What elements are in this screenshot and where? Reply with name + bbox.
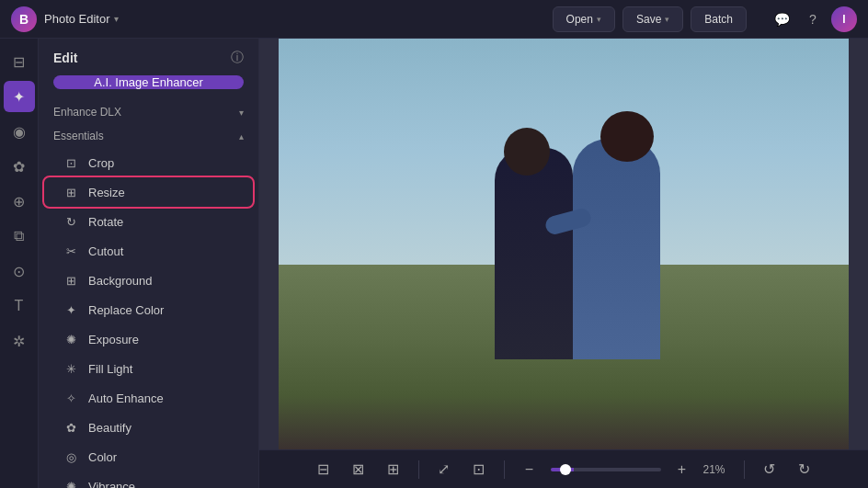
bottom-toolbar: ⊟ ⊠ ⊞ ⤢ ⊡ − + 21% ↺ ↻ <box>259 449 868 488</box>
menu-item-crop-label: Crop <box>88 156 114 170</box>
app-title-dropdown[interactable]: Photo Editor ▾ <box>44 12 119 26</box>
save-button[interactable]: Save ▾ <box>622 6 683 32</box>
auto-enhance-icon: ✧ <box>63 390 79 406</box>
sidebar-icon-text[interactable]: T <box>4 290 35 322</box>
toolbar-divider-3 <box>744 460 745 479</box>
menu-item-color-label: Color <box>88 450 117 464</box>
batch-button[interactable]: Batch <box>691 6 747 32</box>
sidebar-icon-edit[interactable]: ✦ <box>4 81 35 112</box>
sidebar-icon-fx[interactable]: ✲ <box>4 325 35 357</box>
toolbar-divider-2 <box>504 460 505 479</box>
title-chevron-icon: ▾ <box>114 14 119 24</box>
canvas-content <box>259 39 868 449</box>
fit-screen-button[interactable]: ⤢ <box>430 456 458 483</box>
menu-item-replace-color-label: Replace Color <box>88 303 164 317</box>
section-enhance-dlx-chevron: ▾ <box>239 108 244 118</box>
crop-icon: ⊡ <box>63 154 79 171</box>
app-logo: B <box>11 6 37 32</box>
grid-button[interactable]: ⊞ <box>380 456 407 483</box>
section-essentials[interactable]: Essentials ▴ <box>39 124 258 148</box>
ai-image-enhancer-button[interactable]: A.I. Image Enhancer <box>53 75 244 89</box>
zoom-percent: 21% <box>703 463 733 476</box>
toolbar-divider-1 <box>418 460 419 479</box>
menu-item-fill-light[interactable]: ✳ Fill Light <box>44 354 253 383</box>
sidebar-icon-brush[interactable]: ✿ <box>4 151 35 182</box>
sidebar-icon-stamp[interactable]: ⊕ <box>4 186 35 217</box>
photo-container <box>279 39 849 449</box>
menu-item-vibrance-label: Vibrance <box>88 480 135 489</box>
menu-item-exposure-label: Exposure <box>88 333 139 346</box>
zoom-slider-container <box>551 468 661 471</box>
exposure-icon: ✺ <box>63 331 79 347</box>
section-enhance-dlx-label: Enhance DLX <box>53 106 121 119</box>
menu-item-crop[interactable]: ⊡ Crop <box>44 148 253 177</box>
edit-sidebar: Edit ⓘ A.I. Image Enhancer Enhance DLX ▾… <box>39 39 259 488</box>
rotate-icon: ↻ <box>63 213 79 230</box>
menu-item-rotate[interactable]: ↻ Rotate <box>44 207 253 236</box>
menu-item-auto-enhance[interactable]: ✧ Auto Enhance <box>44 383 253 413</box>
menu-item-background[interactable]: ⊞ Background <box>44 266 253 295</box>
menu-item-auto-enhance-label: Auto Enhance <box>88 392 164 405</box>
vibrance-icon: ✺ <box>63 478 79 488</box>
menu-item-beautify-label: Beautify <box>88 421 131 435</box>
sidebar-icon-eye[interactable]: ◉ <box>4 116 35 147</box>
menu-item-cutout-label: Cutout <box>88 244 123 258</box>
section-enhance-dlx[interactable]: Enhance DLX ▾ <box>39 100 258 124</box>
section-essentials-chevron: ▴ <box>239 131 244 142</box>
resize-icon: ⊞ <box>63 184 79 200</box>
canvas-area: ⊟ ⊠ ⊞ ⤢ ⊡ − + 21% ↺ ↻ <box>259 39 868 488</box>
layers-toggle-button[interactable]: ⊟ <box>310 456 337 483</box>
cutout-icon: ✂ <box>63 243 79 259</box>
help-icon[interactable]: ? <box>800 6 826 32</box>
edit-header: Edit ⓘ <box>39 39 258 75</box>
menu-item-replace-color[interactable]: ✦ Replace Color <box>44 295 253 324</box>
background-icon: ⊞ <box>63 272 79 289</box>
edit-info-icon[interactable]: ⓘ <box>231 50 244 66</box>
comments-icon[interactable]: 💬 <box>769 6 794 32</box>
zoom-in-button[interactable]: + <box>668 456 696 483</box>
menu-item-cutout[interactable]: ✂ Cutout <box>44 236 253 266</box>
menu-item-resize-label: Resize <box>88 186 125 199</box>
menu-item-rotate-label: Rotate <box>88 215 123 229</box>
menu-item-beautify[interactable]: ✿ Beautify <box>44 413 253 442</box>
icon-bar: ⊟ ✦ ◉ ✿ ⊕ ⧉ ⊙ T ✲ <box>0 39 39 488</box>
main-layout: ⊟ ✦ ◉ ✿ ⊕ ⧉ ⊙ T ✲ Edit ⓘ A.I. Image Enha… <box>0 39 868 488</box>
zoom-out-button[interactable]: − <box>516 456 543 483</box>
color-icon: ◎ <box>63 448 79 465</box>
menu-item-resize[interactable]: ⊞ Resize <box>44 177 253 207</box>
beautify-icon: ✿ <box>63 419 79 436</box>
compare-button[interactable]: ⊠ <box>345 456 372 483</box>
open-button[interactable]: Open ▾ <box>553 6 615 32</box>
zoom-slider[interactable] <box>551 468 661 471</box>
app-title: Photo Editor <box>44 12 110 26</box>
sidebar-icon-camera[interactable]: ⊙ <box>4 255 35 287</box>
menu-item-background-label: Background <box>88 274 152 288</box>
topbar: B Photo Editor ▾ Open ▾ Save ▾ Batch 💬 ?… <box>0 0 868 39</box>
replace-color-icon: ✦ <box>63 301 79 318</box>
crop-view-button[interactable]: ⊡ <box>465 456 493 483</box>
sidebar-icon-layers2[interactable]: ⧉ <box>4 221 35 252</box>
sidebar-icon-layers[interactable]: ⊟ <box>4 46 35 77</box>
edit-title: Edit <box>53 51 77 65</box>
menu-item-exposure[interactable]: ✺ Exposure <box>44 324 253 354</box>
menu-item-fill-light-label: Fill Light <box>88 362 132 376</box>
fill-light-icon: ✳ <box>63 360 79 377</box>
section-essentials-label: Essentials <box>53 130 104 142</box>
menu-item-color[interactable]: ◎ Color <box>44 442 253 471</box>
menu-item-vibrance[interactable]: ✺ Vibrance <box>44 471 253 488</box>
user-avatar[interactable]: I <box>831 6 857 32</box>
undo-button[interactable]: ↺ <box>756 456 783 483</box>
photo-background <box>279 39 849 449</box>
redo-button[interactable]: ↻ <box>791 456 818 483</box>
